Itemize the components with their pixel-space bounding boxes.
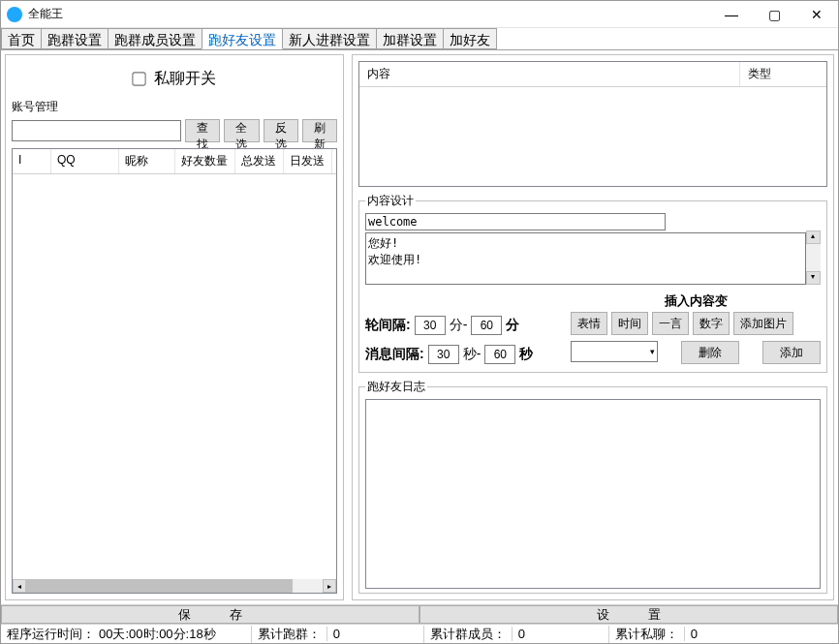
col-friend-count[interactable]: 好友数量 bbox=[175, 149, 235, 173]
tab-add-group-settings[interactable]: 加群设置 bbox=[376, 28, 444, 49]
insert-time-button[interactable]: 时间 bbox=[611, 312, 648, 335]
delete-button[interactable]: 删除 bbox=[681, 341, 739, 364]
close-button[interactable]: ✕ bbox=[795, 1, 838, 28]
log-textarea[interactable] bbox=[365, 399, 821, 589]
account-grid-body[interactable] bbox=[13, 174, 336, 579]
round-interval-to[interactable] bbox=[471, 316, 502, 335]
col-nickname[interactable]: 昵称 bbox=[119, 149, 175, 173]
msg-interval-sep: 秒- bbox=[463, 346, 482, 363]
invert-select-button[interactable]: 反选 bbox=[264, 119, 298, 142]
variable-combo[interactable]: ▾ bbox=[571, 341, 658, 362]
col-total-sent[interactable]: 总发送 bbox=[235, 149, 284, 173]
private-chat-checkbox[interactable] bbox=[133, 73, 146, 86]
log-fieldset: 跑好友日志 bbox=[358, 379, 827, 594]
search-button[interactable]: 查找 bbox=[185, 119, 220, 142]
account-grid-hscroll[interactable]: ◂ ▸ bbox=[13, 579, 336, 593]
bottom-button-row: 保存 设置 bbox=[1, 604, 838, 624]
settings-button[interactable]: 设置 bbox=[420, 605, 838, 624]
private-chat-switch-row: 私聊开关 bbox=[12, 61, 337, 95]
content-body-vscroll[interactable]: ▴ ▾ bbox=[806, 230, 821, 285]
private-chat-value: 0 bbox=[684, 627, 723, 641]
round-interval-label: 轮间隔: bbox=[365, 317, 411, 334]
col-qq[interactable]: QQ bbox=[51, 149, 119, 173]
refresh-button[interactable]: 刷新 bbox=[302, 119, 337, 142]
msg-interval-label: 消息间隔: bbox=[365, 346, 424, 363]
account-grid-header: I QQ 昵称 好友数量 总发送 日发送 bbox=[13, 149, 336, 174]
insert-quote-button[interactable]: 一言 bbox=[652, 312, 689, 335]
right-panel: 内容 类型 内容设计 ▴ ▾ 轮间隔: bbox=[352, 54, 834, 600]
scroll-right-icon[interactable]: ▸ bbox=[323, 579, 336, 593]
client-area: 私聊开关 账号管理 查找 全选 反选 刷新 I QQ 昵称 好友数量 总发送 日… bbox=[1, 49, 838, 604]
scroll-thumb[interactable] bbox=[26, 579, 293, 593]
insert-var-header: 插入内容变 bbox=[571, 292, 821, 310]
tab-run-group-member-settings[interactable]: 跑群成员设置 bbox=[108, 28, 202, 49]
status-bar: 程序运行时间： 00天:00时:00分:18秒 累计跑群： 0 累计群成员： 0… bbox=[1, 624, 838, 643]
account-manage-label: 账号管理 bbox=[12, 99, 337, 115]
save-button[interactable]: 保存 bbox=[1, 605, 420, 624]
group-members-value: 0 bbox=[512, 627, 550, 641]
add-button[interactable]: 添加 bbox=[762, 341, 821, 364]
scroll-left-icon[interactable]: ◂ bbox=[13, 579, 26, 593]
round-interval-sep: 分- bbox=[450, 317, 468, 334]
msg-interval-from[interactable] bbox=[428, 345, 459, 364]
left-panel: 私聊开关 账号管理 查找 全选 反选 刷新 I QQ 昵称 好友数量 总发送 日… bbox=[5, 54, 344, 600]
col-daily-sent[interactable]: 日发送 bbox=[284, 149, 332, 173]
content-title-input[interactable] bbox=[365, 213, 666, 230]
col-type[interactable]: 类型 bbox=[739, 62, 826, 86]
tab-add-friend[interactable]: 加好友 bbox=[443, 28, 497, 49]
group-members-label: 累计群成员： bbox=[430, 626, 506, 643]
msg-interval-to[interactable] bbox=[484, 345, 515, 364]
run-group-value: 0 bbox=[326, 627, 365, 641]
scroll-down-icon[interactable]: ▾ bbox=[806, 271, 821, 285]
window-title: 全能王 bbox=[28, 6, 63, 22]
account-search-input[interactable] bbox=[12, 120, 181, 141]
maximize-button[interactable]: ▢ bbox=[753, 1, 795, 28]
minimize-button[interactable]: — bbox=[710, 1, 753, 28]
tab-run-friend-settings[interactable]: 跑好友设置 bbox=[202, 28, 283, 49]
round-interval-unit: 分 bbox=[506, 317, 519, 334]
content-body-textarea[interactable] bbox=[365, 232, 806, 285]
titlebar: 全能王 — ▢ ✕ bbox=[1, 1, 838, 28]
tab-bar: 首页 跑群设置 跑群成员设置 跑好友设置 新人进群设置 加群设置 加好友 bbox=[1, 28, 838, 49]
content-settings-fieldset: 内容设计 ▴ ▾ 轮间隔: 分- 分 bbox=[358, 193, 827, 373]
private-chat-switch-label: 私聊开关 bbox=[154, 70, 216, 86]
insert-face-button[interactable]: 表情 bbox=[571, 312, 607, 335]
runtime-label: 程序运行时间： bbox=[7, 626, 95, 643]
tab-home[interactable]: 首页 bbox=[1, 28, 42, 49]
log-legend: 跑好友日志 bbox=[365, 379, 427, 395]
select-all-button[interactable]: 全选 bbox=[224, 119, 259, 142]
content-grid[interactable]: 内容 类型 bbox=[358, 61, 827, 187]
tab-run-group-settings[interactable]: 跑群设置 bbox=[41, 28, 109, 49]
chevron-down-icon: ▾ bbox=[650, 347, 655, 356]
msg-interval-unit: 秒 bbox=[519, 346, 533, 363]
private-chat-switch[interactable]: 私聊开关 bbox=[133, 70, 215, 86]
app-icon bbox=[7, 7, 22, 22]
round-interval-from[interactable] bbox=[415, 316, 446, 335]
add-image-button[interactable]: 添加图片 bbox=[733, 312, 793, 335]
private-chat-label: 累计私聊： bbox=[615, 626, 678, 643]
run-group-label: 累计跑群： bbox=[258, 626, 321, 643]
scroll-up-icon[interactable]: ▴ bbox=[806, 230, 821, 244]
account-grid[interactable]: I QQ 昵称 好友数量 总发送 日发送 ◂ ▸ bbox=[12, 148, 337, 594]
content-grid-body[interactable] bbox=[359, 87, 826, 186]
content-settings-legend: 内容设计 bbox=[365, 193, 416, 209]
col-content[interactable]: 内容 bbox=[359, 62, 739, 86]
runtime-value: 00天:00时:00分:18秒 bbox=[99, 626, 216, 643]
col-index[interactable]: I bbox=[13, 149, 51, 173]
tab-new-member-settings[interactable]: 新人进群设置 bbox=[282, 28, 377, 49]
insert-number-button[interactable]: 数字 bbox=[693, 312, 730, 335]
